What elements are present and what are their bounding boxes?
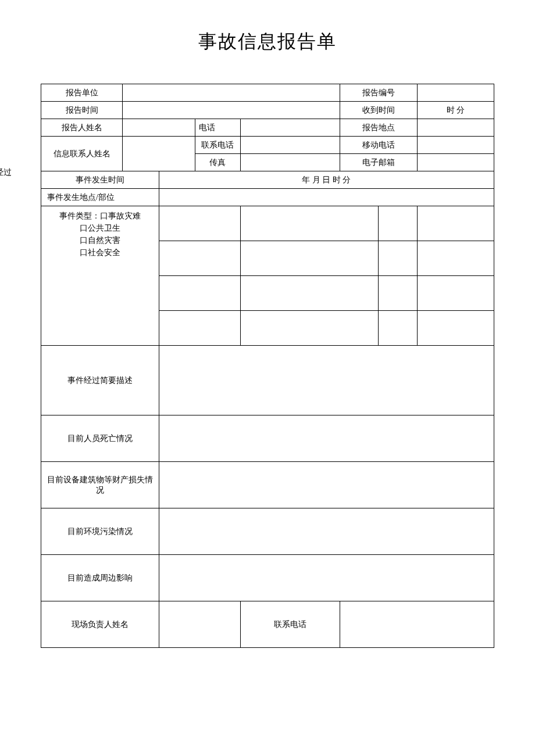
report-number-value[interactable] [417, 84, 494, 102]
event-type-cell-3d[interactable] [417, 276, 494, 311]
property-loss-value[interactable] [159, 462, 494, 508]
event-time-label: 事件发生时间 [41, 171, 159, 189]
table-row: 报告单位 报告编号 [41, 84, 494, 102]
email-label: 电子邮箱 [340, 154, 417, 171]
page-title: 事故信息报告单 [41, 29, 494, 55]
email-value[interactable] [417, 154, 494, 171]
event-type-cell-3b[interactable] [240, 276, 379, 311]
report-location-value[interactable] [417, 119, 494, 137]
event-type-cell-2d[interactable] [417, 241, 494, 276]
report-location-label: 报告地点 [340, 119, 417, 137]
contact-name-label: 信息联系人姓名 事件简要经过 [41, 137, 123, 171]
report-time-label: 报告时间 [41, 102, 123, 119]
contact-phone-value[interactable] [240, 137, 340, 154]
site-manager-value[interactable] [159, 601, 240, 648]
event-type-label: 事件类型：口事故灾难 口公共卫生 口自然灾害 口社会安全 [41, 206, 159, 346]
event-type-cell-1d[interactable] [417, 206, 494, 241]
report-form-table: 报告单位 报告编号 报告时间 收到时间 时 分 报告人姓名 电话 报告地点 信息… [41, 84, 494, 648]
mobile-value[interactable] [417, 137, 494, 154]
event-type-cell-2a[interactable] [159, 241, 240, 276]
contact-phone2-label: 联系电话 [240, 601, 340, 648]
event-type-cell-4b[interactable] [240, 311, 379, 346]
pollution-value[interactable] [159, 508, 494, 555]
table-row: 事件类型：口事故灾难 口公共卫生 口自然灾害 口社会安全 [41, 206, 494, 241]
event-type-cell-3c[interactable] [379, 276, 417, 311]
pollution-label: 目前环境污染情况 [41, 508, 159, 555]
event-type-cell-4c[interactable] [379, 311, 417, 346]
table-row: 报告时间 收到时间 时 分 [41, 102, 494, 119]
event-type-cell-2c[interactable] [379, 241, 417, 276]
event-summary-overlay: 事件简要经过 [0, 167, 12, 178]
table-row: 目前人员死亡情况 [41, 415, 494, 462]
event-type-cell-1b[interactable] [240, 206, 379, 241]
table-row: 目前设备建筑物等财产损失情况 [41, 462, 494, 508]
event-type-cell-1a[interactable] [159, 206, 240, 241]
surrounding-value[interactable] [159, 555, 494, 601]
table-row: 事件发生时间 年 月 日 时 分 [41, 171, 494, 189]
event-type-cell-4a[interactable] [159, 311, 240, 346]
casualty-value[interactable] [159, 415, 494, 462]
mobile-label: 移动电话 [340, 137, 417, 154]
fax-value[interactable] [240, 154, 340, 171]
phone-label: 电话 [195, 119, 240, 137]
table-row: 现场负责人姓名 联系电话 [41, 601, 494, 648]
event-type-cell-4d[interactable] [417, 311, 494, 346]
event-type-cell-3a[interactable] [159, 276, 240, 311]
table-row: 报告人姓名 电话 报告地点 [41, 119, 494, 137]
phone-value[interactable] [240, 119, 340, 137]
contact-phone-label: 联系电话 [195, 137, 240, 154]
receive-time-label: 收到时间 [340, 102, 417, 119]
description-value[interactable] [159, 346, 494, 415]
table-row: 事件发生地点/部位 [41, 189, 494, 206]
property-loss-label: 目前设备建筑物等财产损失情况 [41, 462, 159, 508]
site-manager-label: 现场负责人姓名 [41, 601, 159, 648]
table-row: 信息联系人姓名 事件简要经过 联系电话 移动电话 [41, 137, 494, 154]
report-number-label: 报告编号 [340, 84, 417, 102]
fax-label: 传真 [195, 154, 240, 171]
report-unit-label: 报告单位 [41, 84, 123, 102]
casualty-label: 目前人员死亡情况 [41, 415, 159, 462]
table-row: 目前造成周边影响 [41, 555, 494, 601]
report-unit-value[interactable] [123, 84, 340, 102]
event-location-label: 事件发生地点/部位 [41, 189, 159, 206]
reporter-name-label: 报告人姓名 [41, 119, 123, 137]
contact-phone2-value[interactable] [340, 601, 494, 648]
event-type-cell-1c[interactable] [379, 206, 417, 241]
table-row: 事件经过简要描述 [41, 346, 494, 415]
receive-time-value[interactable]: 时 分 [417, 102, 494, 119]
table-row: 目前环境污染情况 [41, 508, 494, 555]
surrounding-label: 目前造成周边影响 [41, 555, 159, 601]
reporter-name-value[interactable] [123, 119, 195, 137]
event-location-value[interactable] [159, 189, 494, 206]
event-time-value[interactable]: 年 月 日 时 分 [159, 171, 494, 189]
event-type-cell-2b[interactable] [240, 241, 379, 276]
report-time-value[interactable] [123, 102, 340, 119]
contact-name-value[interactable] [123, 137, 195, 171]
description-label: 事件经过简要描述 [41, 346, 159, 415]
